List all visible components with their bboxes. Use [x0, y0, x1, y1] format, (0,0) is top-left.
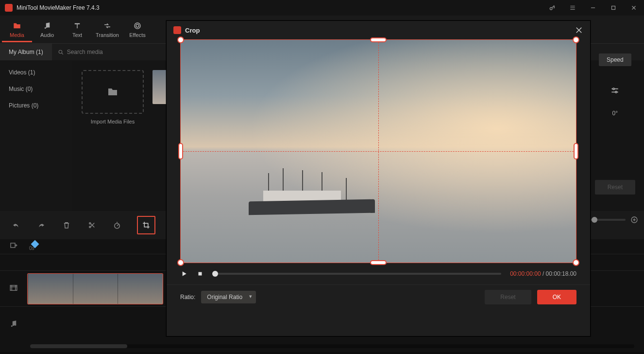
svg-point-7 — [613, 88, 614, 89]
music-note-icon — [42, 21, 52, 30]
tab-text[interactable]: Text — [62, 18, 92, 42]
ratio-label: Ratio: — [180, 294, 195, 301]
dialog-reset-button[interactable]: Reset — [485, 290, 531, 304]
play-button[interactable] — [180, 270, 188, 278]
crop-handle-bl[interactable] — [177, 259, 184, 266]
timeline-scrollbar[interactable] — [30, 344, 634, 348]
tab-transition[interactable]: Transition — [92, 18, 122, 42]
key-icon[interactable] — [542, 0, 562, 16]
crop-tool-button[interactable] — [137, 216, 155, 234]
audio-track-icon — [0, 319, 27, 330]
svg-point-8 — [615, 91, 617, 93]
sidebar-item-label: Pictures (0) — [9, 102, 38, 109]
crop-handle-top[interactable] — [370, 37, 387, 42]
sidebar-item-pictures[interactable]: Pictures (0) — [0, 97, 72, 114]
clip-properties-panel: Speed 0° Reset — [595, 53, 635, 195]
adjust-icon[interactable] — [610, 86, 620, 95]
split-button[interactable] — [86, 220, 97, 230]
svg-rect-14 — [10, 285, 17, 290]
sidebar-item-music[interactable]: Music (0) — [0, 81, 72, 97]
rotation-value: 0° — [612, 110, 618, 117]
redo-button[interactable] — [36, 220, 47, 230]
album-tab[interactable]: My Album (1) — [0, 44, 52, 60]
svg-point-16 — [15, 324, 16, 325]
speed-button[interactable]: Speed — [599, 53, 631, 66]
time-separator: / — [541, 270, 546, 277]
album-tab-label: My Album (1) — [9, 49, 43, 55]
close-icon[interactable] — [624, 0, 644, 16]
speed-tool-button[interactable] — [112, 220, 122, 230]
sidebar-item-videos[interactable]: Videos (1) — [0, 64, 72, 81]
ratio-value: Original Ratio — [207, 294, 242, 301]
maximize-icon[interactable] — [603, 0, 624, 16]
svg-point-11 — [89, 226, 91, 228]
tab-label: Audio — [40, 32, 54, 38]
reset-label: Reset — [608, 184, 623, 191]
ratio-select[interactable]: Original Ratio — [201, 291, 256, 303]
crop-handle-tl[interactable] — [177, 36, 184, 43]
folder-icon — [12, 21, 22, 30]
svg-rect-17 — [199, 272, 202, 276]
zoom-in-icon[interactable] — [630, 216, 638, 224]
svg-point-4 — [136, 24, 139, 27]
svg-point-5 — [135, 23, 140, 29]
current-time: 00:00:00:00 — [510, 270, 541, 277]
crop-handle-bottom[interactable] — [370, 260, 387, 265]
add-track-icon[interactable] — [0, 242, 27, 252]
text-icon — [72, 21, 82, 30]
preview-content-ship — [249, 170, 375, 214]
search-placeholder: Search media — [67, 49, 103, 55]
dialog-close-button[interactable] — [575, 26, 583, 35]
tab-label: Text — [72, 32, 82, 38]
speed-label: Speed — [607, 56, 624, 63]
media-sidebar: Videos (1) Music (0) Pictures (0) — [0, 60, 72, 211]
delete-button[interactable] — [61, 220, 72, 230]
tab-label: Transition — [96, 32, 119, 38]
svg-point-6 — [59, 50, 62, 53]
dialog-playback-controls: 00:00:00:00 / 00:00:18.00 — [167, 263, 590, 284]
crop-grid-line — [378, 40, 379, 263]
menu-icon[interactable] — [562, 0, 583, 16]
video-clip[interactable] — [27, 273, 163, 304]
sidebar-item-label: Videos (1) — [9, 69, 35, 76]
crop-handle-right[interactable] — [574, 143, 578, 159]
dialog-bottom-bar: Ratio: Original Ratio Reset OK — [167, 284, 590, 312]
svg-rect-13 — [11, 243, 15, 248]
crop-dialog: Crop 00:00:00:00 / 00:00:18.00 — [166, 20, 591, 336]
transition-icon — [102, 21, 112, 30]
timeline-zoom — [587, 216, 638, 224]
stop-button[interactable] — [197, 270, 203, 277]
time-display: 00:00:00:00 / 00:00:18.00 — [510, 270, 576, 277]
seek-bar[interactable] — [212, 273, 501, 275]
total-time: 00:00:18.00 — [546, 270, 576, 277]
svg-rect-1 — [612, 6, 615, 10]
svg-point-15 — [11, 325, 13, 327]
app-icon — [5, 4, 13, 12]
crop-handle-left[interactable] — [178, 143, 183, 159]
minimize-icon[interactable] — [583, 0, 603, 16]
import-media[interactable]: Import Media Files — [82, 70, 144, 201]
seek-knob[interactable] — [212, 271, 218, 277]
tab-effects[interactable]: Effects — [122, 18, 153, 42]
undo-button[interactable] — [11, 220, 21, 230]
tab-label: Effects — [129, 32, 145, 38]
tab-media[interactable]: Media — [2, 18, 32, 42]
dialog-title: Crop — [185, 27, 571, 34]
zoom-slider[interactable] — [587, 219, 626, 221]
ok-label: OK — [553, 294, 561, 301]
crop-handle-br[interactable] — [573, 259, 579, 266]
sidebar-item-label: Music (0) — [9, 86, 33, 92]
svg-point-3 — [48, 26, 50, 28]
dialog-ok-button[interactable]: OK — [537, 290, 576, 304]
crop-preview[interactable] — [180, 39, 576, 263]
video-track-icon — [0, 283, 27, 294]
dialog-title-bar: Crop — [167, 21, 590, 39]
import-label: Import Media Files — [82, 119, 144, 124]
tab-audio[interactable]: Audio — [32, 18, 62, 42]
properties-reset-button[interactable]: Reset — [595, 180, 635, 195]
app-icon — [173, 26, 181, 34]
crop-handle-tr[interactable] — [573, 36, 579, 43]
svg-point-0 — [550, 7, 552, 10]
effects-icon — [133, 21, 142, 30]
search-icon — [58, 49, 64, 55]
